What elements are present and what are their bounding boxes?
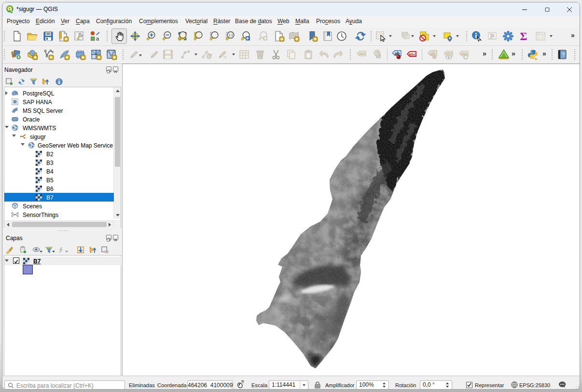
- svg-text:abc: abc: [359, 52, 365, 56]
- svg-text:Σ: Σ: [520, 30, 527, 42]
- svg-text:a: a: [96, 36, 99, 41]
- svg-text:abc: abc: [446, 51, 452, 55]
- svg-text:1:1: 1:1: [229, 33, 234, 37]
- svg-text:abc: abc: [409, 52, 416, 56]
- svg-text:?: ?: [562, 52, 565, 58]
